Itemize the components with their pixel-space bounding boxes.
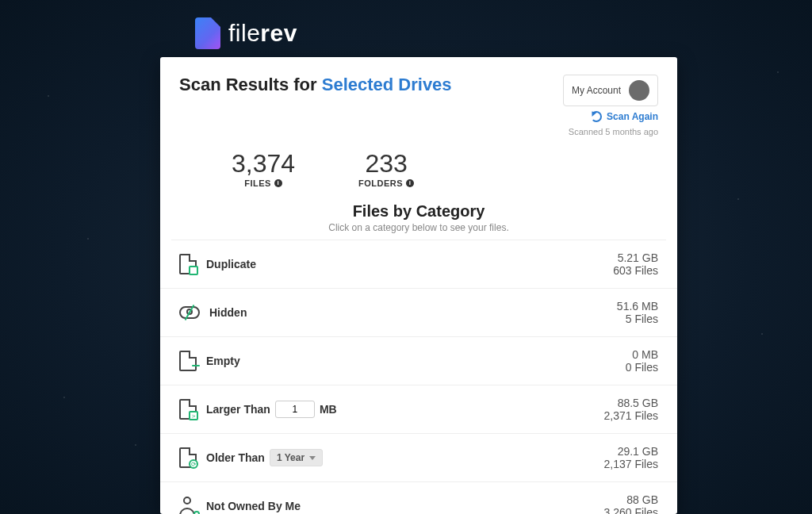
category-larger-than[interactable]: > Larger Than MB 88.5 GB 2,371 Files (160, 386, 677, 434)
my-account-label: My Account (572, 85, 621, 96)
hidden-icon (179, 306, 200, 319)
page-title: Scan Results for Selected Drives (179, 75, 452, 95)
older-than-selected: 1 Year (277, 452, 304, 463)
brand-name: filerev (228, 20, 297, 47)
scan-again-button[interactable]: Scan Again (591, 111, 658, 122)
older-icon: ⟳ (179, 447, 197, 468)
category-label: Duplicate (206, 258, 256, 270)
card-header: Scan Results for Selected Drives My Acco… (160, 57, 677, 144)
category-size: 88 GB (604, 493, 658, 506)
folders-label: FOLDERS (358, 178, 403, 188)
empty-icon (179, 351, 197, 371)
refresh-icon (591, 111, 602, 122)
avatar (629, 80, 649, 101)
category-older-than[interactable]: ⟳ Older Than 1 Year 29.1 GB 2,137 Files (160, 434, 677, 482)
chevron-down-icon (309, 456, 316, 460)
file-icon (195, 17, 220, 49)
folders-count: 233 (358, 149, 414, 178)
category-empty[interactable]: Empty 0 MB 0 Files (160, 337, 677, 386)
category-files: 0 Files (626, 361, 658, 374)
folders-stat[interactable]: 233 FOLDERSi (358, 149, 414, 188)
category-files: 2,371 Files (604, 409, 658, 422)
files-label: FILES (244, 178, 271, 188)
larger-icon: > (179, 399, 197, 420)
scan-again-label: Scan Again (607, 111, 658, 122)
person-icon (179, 497, 197, 514)
category-duplicate[interactable]: Duplicate 5.21 GB 603 Files (160, 240, 677, 289)
scanned-ago-text: Scanned 5 months ago (569, 127, 658, 136)
files-stat[interactable]: 3,374 FILESi (232, 149, 295, 188)
category-not-owned[interactable]: Not Owned By Me 88 GB 3,260 Files (160, 482, 677, 514)
category-files: 3,260 Files (604, 506, 658, 514)
category-size: 5.21 GB (613, 251, 658, 264)
category-label-prefix: Older Than (206, 451, 265, 464)
category-hidden[interactable]: Hidden 51.6 MB 5 Files (160, 289, 677, 337)
title-prefix: Scan Results for (179, 75, 322, 94)
selected-drives-link[interactable]: Selected Drives (322, 75, 452, 94)
category-files: 603 Files (613, 264, 658, 277)
files-count: 3,374 (232, 149, 295, 178)
brand-name-part-a: file (228, 20, 260, 46)
larger-than-input[interactable] (275, 401, 315, 418)
category-size: 88.5 GB (604, 397, 658, 409)
info-icon[interactable]: i (274, 179, 282, 187)
results-card: Scan Results for Selected Drives My Acco… (160, 57, 677, 514)
category-list: Duplicate 5.21 GB 603 Files Hidden 51.6 … (160, 240, 677, 514)
older-than-select[interactable]: 1 Year (270, 449, 323, 466)
category-label: Hidden (209, 306, 247, 319)
stats-row: 3,374 FILESi 233 FOLDERSi (160, 144, 677, 199)
section-subtitle: Click on a category below to see your fi… (160, 222, 677, 233)
larger-than-unit: MB (320, 403, 337, 416)
account-column: My Account Scan Again Scanned 5 months a… (563, 75, 658, 136)
section-title: Files by Category (160, 202, 677, 221)
duplicate-icon (179, 254, 197, 274)
category-label: Not Owned By Me (206, 500, 301, 512)
category-files: 5 Files (617, 313, 658, 325)
category-label: Empty (206, 355, 240, 367)
category-label-prefix: Larger Than (206, 403, 270, 416)
info-icon[interactable]: i (406, 179, 414, 187)
category-size: 0 MB (626, 348, 658, 361)
category-size: 51.6 MB (617, 300, 658, 313)
brand-logo: filerev (195, 17, 297, 49)
brand-name-part-b: rev (260, 20, 297, 46)
my-account-button[interactable]: My Account (563, 75, 658, 106)
category-files: 2,137 Files (604, 458, 658, 470)
category-size: 29.1 GB (604, 445, 658, 458)
